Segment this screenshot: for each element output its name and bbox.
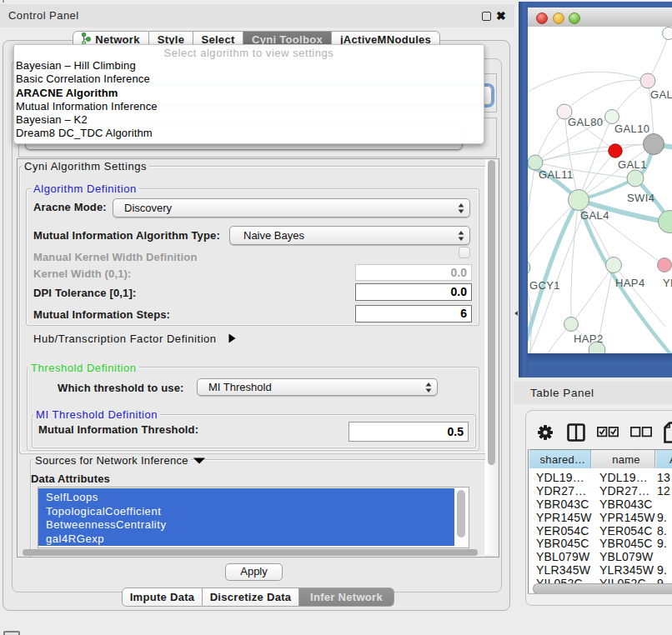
svg-text:GCY1: GCY1: [529, 279, 560, 292]
svg-text:GAL2: GAL2: [650, 88, 672, 101]
svg-text:GAL10: GAL10: [614, 122, 649, 135]
svg-text:GAL11: GAL11: [539, 168, 574, 181]
svg-text:SWI4: SWI4: [627, 192, 654, 204]
svg-text:YB: YB: [663, 277, 672, 289]
svg-text:HAP2: HAP2: [574, 332, 604, 345]
svg-text:GAL4: GAL4: [580, 209, 609, 222]
svg-text:GAL1: GAL1: [618, 158, 647, 171]
svg-text:GAL80: GAL80: [568, 116, 603, 128]
svg-text:HAP4: HAP4: [615, 277, 645, 289]
